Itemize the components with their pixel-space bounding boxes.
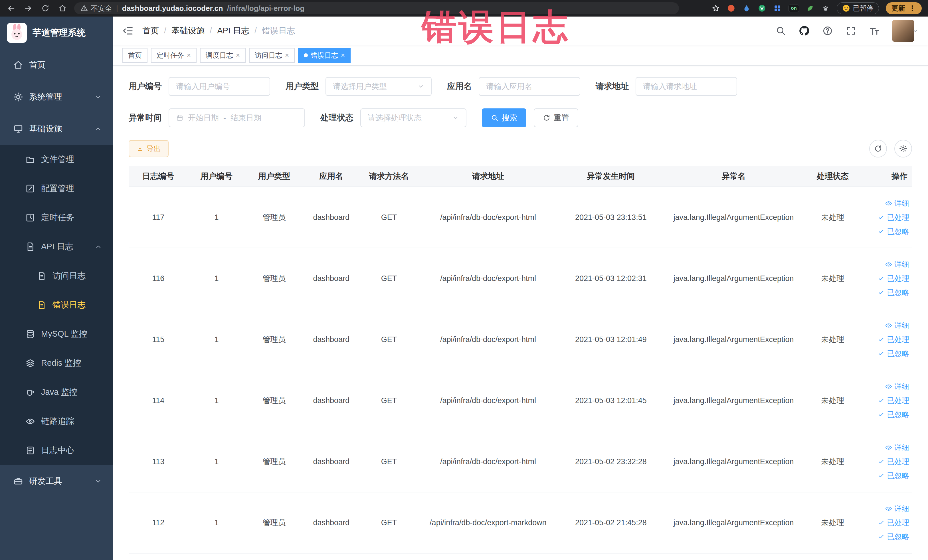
extension-paw-icon[interactable] [821, 4, 830, 12]
detail-link[interactable]: 详细 [885, 443, 909, 453]
detail-link[interactable]: 详细 [885, 320, 909, 331]
detail-link[interactable]: 详细 [885, 259, 909, 270]
detail-link[interactable]: 详细 [885, 198, 909, 209]
forward-icon[interactable] [23, 3, 33, 13]
detail-link[interactable]: 详细 [885, 382, 909, 392]
mark-ignored-link[interactable]: 已忽略 [878, 226, 909, 237]
app-title: 芋道管理系统 [32, 27, 85, 39]
sidebar-item-job[interactable]: 定时任务 [0, 203, 113, 232]
mark-processed-link[interactable]: 已处理 [878, 396, 909, 406]
eye-icon [885, 200, 892, 207]
home-icon[interactable] [58, 3, 67, 13]
table-row: 117 1 管理员 dashboard GET /api/infra/db-do… [129, 187, 912, 248]
col-header-time: 异常发生时间 [558, 171, 664, 182]
mark-processed-link[interactable]: 已处理 [878, 518, 909, 528]
export-button[interactable]: 导出 [129, 140, 169, 157]
check-icon [878, 533, 885, 540]
sidebar-item-infra[interactable]: 基础设施 [0, 113, 113, 145]
breadcrumb-item[interactable]: 基础设施 [171, 25, 205, 37]
sidebar-item-label: Redis 监控 [41, 357, 81, 369]
extension-blue-drop-icon[interactable] [742, 4, 751, 12]
tab-job[interactable]: 定时任务× [151, 48, 197, 63]
mark-ignored-link[interactable]: 已忽略 [878, 532, 909, 542]
mark-ignored-link[interactable]: 已忽略 [878, 288, 909, 298]
sidebar-item-access-log[interactable]: 访问日志 [0, 261, 113, 290]
user-type-select[interactable]: 请选择用户类型 [325, 77, 432, 96]
sidebar-item-dev-tools[interactable]: 研发工具 [0, 465, 113, 497]
sidebar-item-java[interactable]: Java 监控 [0, 378, 113, 407]
user-id-input[interactable] [176, 82, 263, 91]
app-logo[interactable]: 芋道管理系统 [0, 17, 113, 49]
url-host: dashboard.yudao.iocoder.cn [122, 4, 223, 13]
sidebar-collapse-icon[interactable] [122, 25, 134, 37]
close-icon[interactable]: × [187, 51, 191, 60]
tab-home[interactable]: 首页 [122, 48, 148, 63]
extension-leaf-icon[interactable] [806, 4, 815, 12]
mark-ignored-link[interactable]: 已忽略 [878, 410, 909, 420]
document-icon [25, 242, 35, 252]
sidebar-item-config[interactable]: 配置管理 [0, 174, 113, 203]
search-icon[interactable] [775, 25, 786, 37]
exception-time-range-picker[interactable]: 开始日期 - 结束日期 [169, 108, 305, 127]
chevron-up-icon [95, 243, 102, 250]
close-icon[interactable]: × [236, 51, 240, 60]
cell-user-type: 管理员 [245, 273, 303, 284]
field-label: 异常时间 [129, 112, 162, 124]
user-avatar [892, 20, 914, 42]
mark-processed-link[interactable]: 已处理 [878, 273, 909, 284]
close-icon[interactable]: × [285, 51, 289, 60]
process-status-select[interactable]: 请选择处理状态 [360, 108, 466, 127]
extension-grid-icon[interactable] [773, 4, 781, 12]
request-url-input[interactable] [643, 82, 730, 91]
tab-error-log[interactable]: 错误日志× [298, 48, 351, 63]
mark-processed-link[interactable]: 已处理 [878, 457, 909, 467]
sidebar-item-trace[interactable]: 链路追踪 [0, 407, 113, 436]
breadcrumb-item[interactable]: API 日志 [217, 25, 249, 37]
sidebar-item-file[interactable]: 文件管理 [0, 145, 113, 174]
app-name-input[interactable] [486, 82, 573, 91]
security-warning[interactable]: 不安全 [81, 4, 112, 13]
reset-button[interactable]: 重置 [534, 108, 578, 127]
mark-processed-link[interactable]: 已处理 [878, 212, 909, 223]
help-icon[interactable] [822, 25, 833, 37]
close-icon[interactable]: × [341, 51, 345, 60]
github-icon[interactable] [798, 25, 810, 37]
profile-paused-button[interactable]: 已暂停 [837, 2, 879, 14]
cell-status: 未处理 [803, 456, 862, 467]
back-icon[interactable] [6, 3, 16, 13]
sidebar-item-error-log[interactable]: 错误日志 [0, 290, 113, 319]
sidebar-item-system[interactable]: 系统管理 [0, 81, 113, 113]
sidebar-item-api-log[interactable]: API 日志 [0, 232, 113, 261]
extension-on-badge[interactable]: on [789, 5, 799, 12]
sidebar-item-log-center[interactable]: 日志中心 [0, 436, 113, 465]
bookmark-star-icon[interactable] [711, 4, 720, 12]
address-bar[interactable]: 不安全 | dashboard.yudao.iocoder.cn/infra/l… [74, 2, 679, 14]
breadcrumb-item[interactable]: 首页 [142, 25, 159, 37]
refresh-button[interactable] [869, 140, 887, 157]
breadcrumb-separator: / [210, 26, 212, 35]
font-size-icon[interactable] [868, 25, 880, 37]
mark-ignored-link[interactable]: 已忽略 [878, 471, 909, 481]
search-button[interactable]: 搜索 [482, 108, 527, 127]
fullscreen-icon[interactable] [845, 25, 857, 37]
reload-icon[interactable] [41, 3, 50, 13]
tab-access-log[interactable]: 访问日志× [249, 48, 295, 63]
cell-time: 2021-05-03 12:02:31 [558, 274, 664, 283]
extension-red-ball-icon[interactable] [727, 4, 736, 12]
sidebar-item-label: 链路追踪 [41, 416, 74, 427]
column-settings-button[interactable] [894, 140, 912, 157]
export-button-label: 导出 [147, 144, 160, 154]
sidebar-item-redis[interactable]: Redis 监控 [0, 349, 113, 378]
tab-label: 调度日志 [206, 51, 233, 60]
user-menu[interactable] [892, 20, 918, 42]
field-label: 请求地址 [596, 81, 629, 92]
cell-exception: java.lang.IllegalArgumentException [664, 457, 803, 466]
detail-link[interactable]: 详细 [885, 504, 909, 514]
sidebar-item-home[interactable]: 首页 [0, 49, 113, 81]
sidebar-item-mysql[interactable]: MySQL 监控 [0, 319, 113, 349]
extension-green-v-icon[interactable] [758, 4, 766, 12]
mark-processed-link[interactable]: 已处理 [878, 335, 909, 345]
mark-ignored-link[interactable]: 已忽略 [878, 349, 909, 359]
chrome-update-button[interactable]: 更新 ⋮ [886, 2, 922, 14]
tab-job-log[interactable]: 调度日志× [200, 48, 246, 63]
